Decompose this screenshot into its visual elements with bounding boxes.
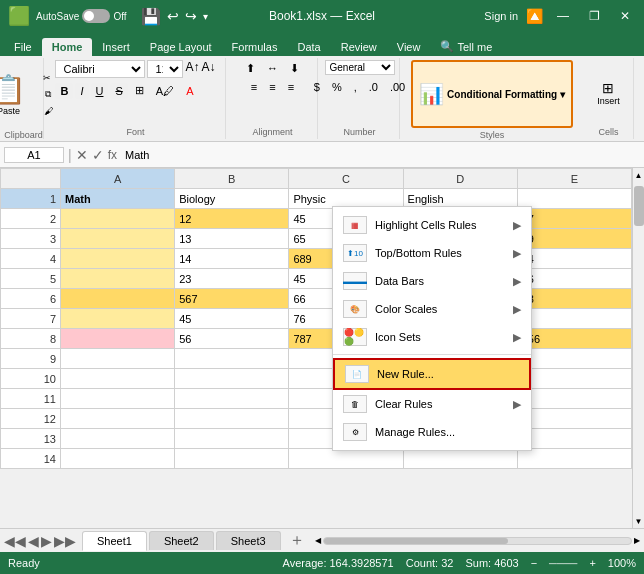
cell-b2[interactable]: 12 (175, 209, 289, 229)
font-color-btn[interactable]: A (181, 83, 198, 99)
menu-item-icon-sets[interactable]: 🔴🟡🟢 Icon Sets ▶ (333, 323, 531, 351)
hscroll-track[interactable] (323, 537, 632, 545)
number-format-select[interactable]: General (325, 60, 395, 75)
cell-e2[interactable]: 67 (517, 209, 631, 229)
cell-e11[interactable] (517, 389, 631, 409)
cell-a1[interactable]: Math (61, 189, 175, 209)
hscroll-left-btn[interactable]: ◀ (315, 536, 321, 545)
cell-b11[interactable] (175, 389, 289, 409)
currency-icon[interactable]: $ (309, 79, 325, 95)
sheet-tab-sheet3[interactable]: Sheet3 (216, 531, 281, 550)
cell-a13[interactable] (61, 429, 175, 449)
scrollbar-thumb[interactable] (634, 186, 644, 226)
zoom-in-btn[interactable]: + (589, 557, 595, 569)
tab-view[interactable]: View (387, 38, 431, 56)
col-header-a[interactable]: A (61, 169, 175, 189)
cell-a8[interactable] (61, 329, 175, 349)
cell-e1[interactable] (517, 189, 631, 209)
cell-a9[interactable] (61, 349, 175, 369)
cell-a3[interactable] (61, 229, 175, 249)
bold-btn[interactable]: B (55, 83, 73, 99)
align-middle-icon[interactable]: ↔ (262, 60, 283, 77)
sheet-nav-right-icon[interactable]: ▶▶ (54, 533, 76, 549)
hscroll-right-btn[interactable]: ▶ (634, 536, 640, 545)
menu-item-new-rule[interactable]: 📄 New Rule... (333, 358, 531, 390)
cell-a11[interactable] (61, 389, 175, 409)
tab-review[interactable]: Review (331, 38, 387, 56)
underline-btn[interactable]: U (91, 83, 109, 99)
menu-item-highlight-cells[interactable]: ▦ Highlight Cells Rules ▶ (333, 211, 531, 239)
align-right-icon[interactable]: ≡ (283, 79, 299, 95)
cell-b10[interactable] (175, 369, 289, 389)
zoom-out-btn[interactable]: − (531, 557, 537, 569)
undo-arrow-icon[interactable]: ↪ (185, 8, 197, 24)
align-center-icon[interactable]: ≡ (264, 79, 280, 95)
font-family-select[interactable]: Calibri (55, 60, 145, 78)
quick-access-dropdown[interactable]: ▾ (203, 11, 208, 22)
cell-c14[interactable] (289, 449, 403, 469)
win-restore-btn[interactable]: ❐ (583, 9, 606, 23)
tab-home[interactable]: Home (42, 38, 93, 56)
cell-a14[interactable] (61, 449, 175, 469)
cell-a7[interactable] (61, 309, 175, 329)
cell-e14[interactable] (517, 449, 631, 469)
cell-b3[interactable]: 13 (175, 229, 289, 249)
cell-e10[interactable] (517, 369, 631, 389)
cell-a2[interactable] (61, 209, 175, 229)
cell-e3[interactable]: 89 (517, 229, 631, 249)
tab-tell-me[interactable]: 🔍Tell me (430, 37, 502, 56)
sheet-tab-sheet2[interactable]: Sheet2 (149, 531, 214, 550)
confirm-formula-icon[interactable]: ✓ (92, 147, 104, 163)
cell-b8[interactable]: 56 (175, 329, 289, 349)
cell-e6[interactable]: 98 (517, 289, 631, 309)
menu-item-top-bottom[interactable]: ⬆10 Top/Bottom Rules ▶ (333, 239, 531, 267)
name-box[interactable] (4, 147, 64, 163)
fill-color-btn[interactable]: A🖊 (151, 83, 179, 99)
align-top-icon[interactable]: ⬆ (241, 60, 260, 77)
autosave-switch[interactable] (82, 9, 110, 23)
font-size-down-icon[interactable]: A↓ (202, 60, 216, 78)
vscroll-up-btn[interactable]: ▲ (632, 168, 644, 182)
italic-btn[interactable]: I (75, 83, 88, 99)
cell-b13[interactable] (175, 429, 289, 449)
cell-a4[interactable] (61, 249, 175, 269)
save-icon[interactable]: 💾 (141, 7, 161, 26)
align-bottom-icon[interactable]: ⬇ (285, 60, 304, 77)
menu-item-clear-rules[interactable]: 🗑 Clear Rules ▶ (333, 390, 531, 418)
cell-a12[interactable] (61, 409, 175, 429)
cell-b9[interactable] (175, 349, 289, 369)
tab-insert[interactable]: Insert (92, 38, 140, 56)
ribbon-collapse-icon[interactable]: 🔼 (526, 8, 543, 24)
font-size-select[interactable]: 11 (147, 60, 183, 78)
cell-a5[interactable] (61, 269, 175, 289)
cell-b7[interactable]: 45 (175, 309, 289, 329)
cell-b5[interactable]: 23 (175, 269, 289, 289)
cell-b1[interactable]: Biology (175, 189, 289, 209)
percent-icon[interactable]: % (327, 79, 347, 95)
paste-btn[interactable]: 📋 Paste (0, 60, 32, 128)
cell-b6[interactable]: 567 (175, 289, 289, 309)
cell-e13[interactable] (517, 429, 631, 449)
decimal-inc-icon[interactable]: .0 (364, 79, 383, 95)
cell-e12[interactable] (517, 409, 631, 429)
col-header-c[interactable]: C (289, 169, 403, 189)
sheet-nav-prev-icon[interactable]: ◀ (28, 533, 39, 549)
sheet-nav-next-icon[interactable]: ▶ (41, 533, 52, 549)
sheet-nav-left-icon[interactable]: ◀◀ (4, 533, 26, 549)
cell-b14[interactable] (175, 449, 289, 469)
comma-icon[interactable]: , (349, 79, 362, 95)
col-header-e[interactable]: E (517, 169, 631, 189)
vscroll-down-btn[interactable]: ▼ (632, 514, 644, 528)
tab-data[interactable]: Data (287, 38, 330, 56)
border-btn[interactable]: ⊞ (130, 82, 149, 99)
align-left-icon[interactable]: ≡ (246, 79, 262, 95)
cell-a10[interactable] (61, 369, 175, 389)
cell-b4[interactable]: 14 (175, 249, 289, 269)
hscroll-thumb[interactable] (324, 538, 508, 544)
menu-item-manage-rules[interactable]: ⚙ Manage Rules... (333, 418, 531, 446)
col-header-b[interactable]: B (175, 169, 289, 189)
menu-item-data-bars[interactable]: ▬▬▬ Data Bars ▶ (333, 267, 531, 295)
signin-link[interactable]: Sign in (484, 10, 518, 22)
sheet-tab-sheet1[interactable]: Sheet1 (82, 531, 147, 551)
formula-input[interactable] (121, 148, 640, 162)
